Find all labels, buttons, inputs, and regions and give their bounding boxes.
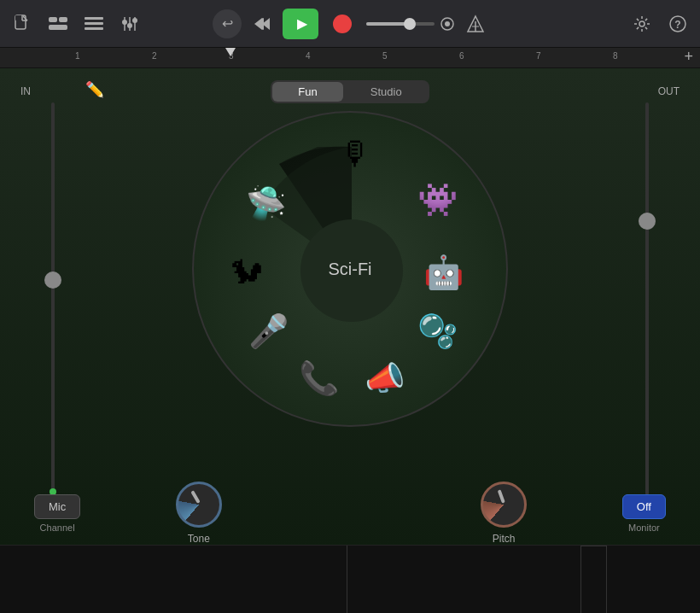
- svg-marker-16: [254, 18, 262, 30]
- ruler-mark-5: 5: [382, 51, 388, 61]
- svg-point-24: [639, 21, 645, 26]
- voice-robot[interactable]: 🤖: [423, 254, 464, 291]
- undo-button[interactable]: ↩: [213, 9, 242, 38]
- monitor-line-left: [580, 546, 581, 613]
- svg-rect-9: [85, 27, 103, 30]
- output-level-thumb[interactable]: [639, 213, 656, 230]
- pitch-knob-container: Pitch: [481, 482, 527, 545]
- voice-squirrel[interactable]: 🐿: [230, 254, 263, 290]
- center-line: [347, 546, 347, 613]
- input-level-thumb[interactable]: [44, 271, 61, 289]
- svg-point-13: [122, 20, 127, 25]
- voice-monster[interactable]: 👾: [417, 181, 458, 219]
- pitch-label: Pitch: [493, 533, 516, 545]
- ruler-mark-8: 8: [613, 51, 618, 61]
- ruler-mark-6: 6: [459, 51, 464, 61]
- monitor-line-right: [606, 546, 607, 613]
- voice-bubbles[interactable]: 🫧: [417, 312, 458, 350]
- file-icon[interactable]: [10, 12, 34, 36]
- monitor-line-top: [581, 546, 606, 546]
- in-label: IN: [20, 85, 31, 97]
- ruler-mark-4: 4: [306, 51, 311, 61]
- tab-switcher: Fun Studio: [271, 80, 429, 103]
- input-level-slider[interactable]: [51, 102, 55, 495]
- pitch-knob[interactable]: [481, 482, 527, 528]
- svg-point-27: [300, 219, 403, 322]
- voice-telephone[interactable]: 📞: [299, 359, 339, 397]
- svg-rect-8: [85, 22, 103, 25]
- out-label: OUT: [658, 85, 680, 97]
- toolbar-left: [10, 12, 142, 36]
- svg-rect-6: [49, 25, 67, 30]
- voice-handmic[interactable]: 🎤: [248, 312, 289, 350]
- add-track-button[interactable]: +: [684, 48, 693, 66]
- output-level-slider[interactable]: [645, 102, 649, 495]
- main-area: IN ✏️ OUT Fun Studio Sci-: [0, 68, 700, 613]
- timeline-ruler: 1 2 3 4 5 6 7 8 +: [0, 48, 700, 68]
- mic-button[interactable]: Mic: [34, 494, 80, 519]
- monitor-label: Monitor: [628, 523, 660, 533]
- monitor-button[interactable]: Off: [622, 494, 666, 519]
- toolbar-center: ↩ ▶: [213, 9, 487, 39]
- ruler-mark-2: 2: [152, 51, 157, 61]
- toolbar: ↩ ▶: [0, 0, 700, 48]
- ruler-container: 1 2 3 4 5 6 7 8 +: [0, 48, 700, 68]
- bottom-lines: [0, 545, 700, 613]
- record-button[interactable]: [327, 9, 358, 39]
- svg-point-20: [445, 21, 450, 26]
- svg-rect-7: [85, 17, 103, 20]
- rewind-button[interactable]: [250, 12, 274, 36]
- voice-megaphone[interactable]: 📣: [365, 359, 405, 397]
- svg-rect-5: [59, 17, 67, 22]
- channel-label: Channel: [40, 523, 75, 533]
- voice-microphone[interactable]: 🎙: [340, 135, 372, 172]
- tracks-icon[interactable]: [46, 12, 70, 36]
- volume-slider[interactable]: [366, 16, 455, 32]
- tab-fun[interactable]: Fun: [272, 82, 342, 102]
- mixer-icon[interactable]: [118, 12, 142, 36]
- settings-icon[interactable]: [630, 12, 654, 36]
- ruler-mark-7: 7: [536, 51, 541, 61]
- tone-label: Tone: [188, 533, 210, 545]
- toolbar-right: ?: [630, 12, 690, 36]
- ruler-mark-1: 1: [75, 51, 80, 61]
- play-button[interactable]: ▶: [283, 9, 318, 39]
- voice-ufo[interactable]: 🛸: [246, 184, 286, 222]
- metronome-icon[interactable]: [464, 12, 487, 36]
- voice-wheel: Sci-Fi 🎙 🛸 👾 🐿 🤖 🎤 🫧 📞 📣: [192, 111, 508, 427]
- mic-icon[interactable]: ✏️: [85, 80, 104, 99]
- help-icon[interactable]: ?: [666, 12, 690, 36]
- tone-knob-container: Tone: [176, 482, 222, 545]
- list-icon[interactable]: [82, 12, 106, 36]
- svg-rect-4: [49, 17, 57, 22]
- mic-channel-control: Mic Channel: [34, 494, 80, 533]
- svg-point-15: [132, 18, 137, 23]
- tab-studio[interactable]: Studio: [345, 82, 428, 102]
- monitor-control: Off Monitor: [622, 494, 666, 533]
- svg-point-14: [127, 23, 132, 28]
- svg-text:?: ?: [674, 19, 680, 31]
- tone-knob[interactable]: [176, 482, 222, 528]
- bottom-controls: Mic Channel Tone Pitch Off Monitor: [0, 482, 700, 545]
- wheel-background[interactable]: Sci-Fi 🎙 🛸 👾 🐿 🤖 🎤 🫧 📞 📣: [192, 111, 508, 427]
